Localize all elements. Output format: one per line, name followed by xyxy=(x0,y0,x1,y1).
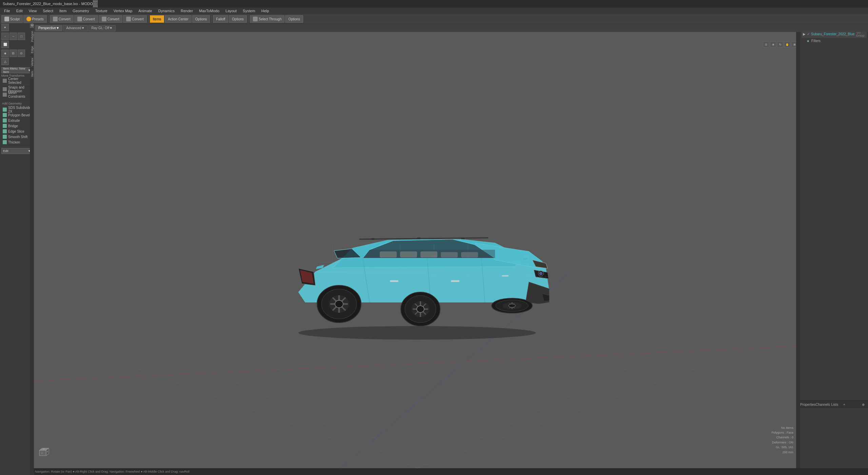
menu-item-dynamics[interactable]: Dynamics xyxy=(156,8,177,14)
items-button[interactable]: Items xyxy=(150,15,164,23)
center-selected-item[interactable]: Center Selected xyxy=(1,78,33,83)
left-sidebar-tabs: Curves Polygon Edge Vertex Item xyxy=(30,14,34,475)
perspective-btn[interactable]: Perspective ▼ xyxy=(35,25,62,31)
right-panel-content: ▶ ✓ Subaru_Forester_2022_Blue (2) : Grou… xyxy=(800,28,868,400)
tool-d-btn[interactable]: △ xyxy=(1,58,9,65)
nav-rotate-icon[interactable]: ↻ xyxy=(777,41,783,48)
right-panel-lower-tabs: Properties Channels Lists + ⊕ xyxy=(800,401,868,408)
svg-rect-70 xyxy=(461,238,465,239)
select-edges-btn[interactable]: – xyxy=(9,33,17,40)
options-button-2[interactable]: Options xyxy=(229,15,246,23)
action-center-button[interactable]: Action Center xyxy=(165,15,192,23)
menu-item-file[interactable]: File xyxy=(1,8,13,14)
menu-bar: FileEditViewSelectItemGeometryTextureVer… xyxy=(0,7,868,14)
tool-c-btn[interactable]: ⊙ xyxy=(18,50,25,57)
menu-item-geometry[interactable]: Geometry xyxy=(70,8,92,14)
group-sub-item-filters[interactable]: ■ Filters xyxy=(802,38,867,43)
convert-button-3[interactable]: Convert xyxy=(99,15,122,23)
convert-button-2[interactable]: Convert xyxy=(74,15,98,23)
rpl-tab-lists[interactable]: Lists xyxy=(830,401,840,408)
thicken-item[interactable]: Thicken xyxy=(1,139,33,145)
svg-rect-25 xyxy=(380,251,397,258)
select-items-btn[interactable]: ⬜ xyxy=(1,41,9,48)
svg-point-67 xyxy=(417,306,424,312)
advanced-btn[interactable]: Advanced ▼ xyxy=(63,25,87,31)
options-button-3[interactable]: Options xyxy=(285,15,303,23)
item-menu-dropdown[interactable]: Item Menu: New Item ▼ xyxy=(1,67,33,73)
transform-tool-btn[interactable]: ✦ xyxy=(1,24,9,31)
rpl-tab-channels[interactable]: Channels xyxy=(816,401,830,408)
nav-fit-icon[interactable]: ⊡ xyxy=(763,41,769,48)
main-toolbar: Sculpt Presets Convert Convert Convert C… xyxy=(0,14,868,24)
tool-b-btn[interactable]: ⊟ xyxy=(9,50,17,57)
viewport-orientation-cube[interactable]: Y Z X xyxy=(37,446,50,460)
menu-item-help[interactable]: Help xyxy=(259,8,272,14)
mesh-constraints-item[interactable]: Mesh Constraints xyxy=(1,92,33,97)
rpl-tab-properties[interactable]: Properties xyxy=(800,401,816,408)
presets-button[interactable]: Presets xyxy=(23,15,47,23)
nav-pan-icon[interactable]: ✋ xyxy=(784,41,790,48)
menu-item-maxtomodo[interactable]: MaxToModo xyxy=(196,8,222,14)
check-icon: ✓ xyxy=(807,32,810,36)
menu-item-vertex map[interactable]: Vertex Map xyxy=(111,8,135,14)
svg-rect-27 xyxy=(420,251,437,258)
sculpt-button[interactable]: Sculpt xyxy=(1,15,23,23)
convert-button-4[interactable]: Convert xyxy=(123,15,147,23)
svg-point-59 xyxy=(335,300,343,308)
maximize-button[interactable]: □ xyxy=(93,1,98,6)
select-through-button[interactable]: Select Through xyxy=(250,15,285,23)
edge-slice-item[interactable]: Edge Slice xyxy=(1,129,33,134)
select-polys-btn[interactable]: □ xyxy=(18,33,25,40)
convert-button-1[interactable]: Convert xyxy=(50,15,74,23)
select-verts-btn[interactable]: ◦ xyxy=(1,33,9,40)
svg-rect-71 xyxy=(39,450,46,456)
sidebar-tab-item[interactable]: Item xyxy=(30,69,34,79)
menu-item-item[interactable]: Item xyxy=(57,8,69,14)
svg-point-51 xyxy=(509,304,515,307)
ray-gl-btn[interactable]: Ray GL: Off ▼ xyxy=(88,25,116,31)
sidebar-tab-vertex[interactable]: Vertex xyxy=(30,55,34,69)
smooth-shift-item[interactable]: Smooth Shift xyxy=(1,134,33,139)
viewport-right-tabs: 3D UV xyxy=(796,14,800,468)
toolbar-sep-1 xyxy=(48,16,48,22)
rpl-tab-add[interactable]: + xyxy=(840,401,849,408)
menu-item-animate[interactable]: Animate xyxy=(136,8,155,14)
menu-item-render[interactable]: Render xyxy=(178,8,196,14)
main-viewport[interactable]: ⊡ ⊕ ↻ ✋ ⊞ Y Z X No Items Polygons : Face… xyxy=(34,32,800,468)
menu-item-view[interactable]: View xyxy=(26,8,40,14)
edit-dropdown[interactable]: Edit ▼ xyxy=(1,148,33,154)
add-geometry-label: Add Geometry xyxy=(1,100,33,106)
right-panel: Items Mesh Ops Shading Groups Images New… xyxy=(800,14,868,468)
snaps-icon xyxy=(3,87,7,91)
thicken-icon xyxy=(3,140,7,144)
title-text: Subaru_Forester_2022_Blue_modo_base.lxo … xyxy=(3,2,93,6)
nav-zoom-icon[interactable]: ⊕ xyxy=(770,41,776,48)
rpl-extra-icon[interactable]: ⊕ xyxy=(859,401,868,408)
sidebar-tab-edge[interactable]: Edge xyxy=(30,44,34,55)
sds-subdivide-item[interactable]: SDS Subdivide 2X xyxy=(1,107,33,112)
tool-a-btn[interactable]: ◈ xyxy=(1,50,9,57)
group-name: Subaru_Forester_2022_Blue xyxy=(811,32,854,36)
falloff-button[interactable]: Falloff xyxy=(213,15,228,23)
toolbar-sep-4 xyxy=(248,16,249,22)
extrude-icon xyxy=(3,118,7,122)
svg-rect-29 xyxy=(461,252,478,258)
svg-text:Z: Z xyxy=(43,448,44,450)
svg-rect-33 xyxy=(390,280,398,282)
smooth-shift-icon xyxy=(3,135,7,139)
options-button-1[interactable]: Options xyxy=(192,15,210,23)
svg-rect-28 xyxy=(441,252,458,258)
sidebar-tab-polygon[interactable]: Polygon xyxy=(30,28,34,44)
extrude-item[interactable]: Extrude xyxy=(1,118,33,123)
bridge-item[interactable]: Bridge xyxy=(1,123,33,129)
toolbar-sep-2 xyxy=(148,16,149,22)
menu-item-edit[interactable]: Edit xyxy=(14,8,25,14)
menu-item-layout[interactable]: Layout xyxy=(223,8,239,14)
bridge-icon xyxy=(3,124,7,128)
svg-rect-35 xyxy=(502,275,509,277)
menu-item-select[interactable]: Select xyxy=(40,8,56,14)
polygon-bevel-item[interactable]: Polygon Bevel xyxy=(1,112,33,118)
menu-item-texture[interactable]: Texture xyxy=(93,8,110,14)
svg-rect-26 xyxy=(400,251,417,258)
menu-item-system[interactable]: System xyxy=(240,8,258,14)
